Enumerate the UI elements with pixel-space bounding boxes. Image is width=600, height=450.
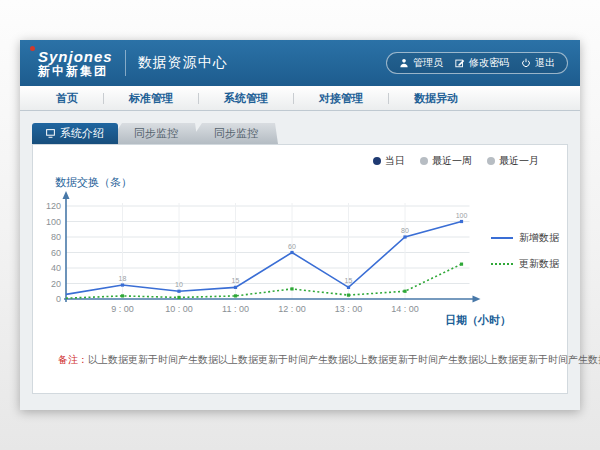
svg-text:100: 100 [456,212,468,219]
radio-last-month[interactable]: 最近一月 [487,154,539,168]
svg-text:15: 15 [345,277,353,284]
svg-text:0: 0 [56,294,61,304]
user-name: 管理员 [413,56,443,70]
svg-text:40: 40 [51,263,61,273]
footnote-text: 以上数据更新于时间产生数据以上数据更新于时间产生数据以上数据更新于时间产生数据以… [88,354,600,365]
radio-dot [487,157,495,165]
header: Synjones 新中新集团 数据资源中心 管理员 修改密码 [20,40,580,86]
footnote: 备注：以上数据更新于时间产生数据以上数据更新于时间产生数据以上数据更新于时间产生… [58,353,600,367]
power-icon [521,58,531,68]
edit-icon [455,58,465,68]
svg-text:100: 100 [46,217,61,227]
change-password-label: 修改密码 [469,56,509,70]
radio-label: 最近一周 [432,154,472,168]
y-axis-title: 数据交换（条） [55,175,132,190]
legend-label: 新增数据 [519,231,559,245]
x-axis-title: 日期（小时） [445,313,511,328]
page-title: 数据资源中心 [138,54,228,72]
svg-text:14 : 00: 14 : 00 [391,304,419,314]
svg-text:10: 10 [175,281,183,288]
tab-system-intro[interactable]: 系统介绍 [32,123,118,144]
svg-text:80: 80 [51,232,61,242]
legend-label: 更新数据 [519,257,559,271]
tab-label: 同步监控 [214,126,258,141]
svg-text:60: 60 [51,248,61,258]
monitor-icon [46,129,55,138]
nav-divider [388,93,389,104]
chart-panel: 当日 最近一周 最近一月 数据交换（条） 0204060801001209 : … [32,144,568,394]
app-window: Synjones 新中新集团 数据资源中心 管理员 修改密码 [20,40,580,410]
svg-text:15: 15 [232,277,240,284]
company-logo: Synjones 新中新集团 [32,49,113,77]
svg-text:60: 60 [288,243,296,250]
svg-text:9 : 00: 9 : 00 [111,304,134,314]
nav-divider [103,93,104,104]
tab-sync-monitor-2[interactable]: 同步监控 [188,123,278,144]
user-icon [399,58,409,68]
svg-text:13 : 00: 13 : 00 [335,304,363,314]
header-divider [125,50,126,76]
svg-text:80: 80 [401,227,409,234]
tab-label: 同步监控 [134,126,178,141]
logo-name: Synjones [38,49,113,65]
tab-bar: 系统介绍 同步监控 同步监控 [32,123,568,144]
svg-text:18: 18 [119,275,127,282]
line-chart: 0204060801001209 : 0010 : 0011 : 0012 : … [37,189,507,341]
radio-last-week[interactable]: 最近一周 [420,154,472,168]
nav-item-standard-mgmt[interactable]: 标准管理 [127,91,175,106]
nav-divider [293,93,294,104]
user-toolbar: 管理员 修改密码 退出 [386,52,568,74]
radio-label: 当日 [385,154,405,168]
footnote-label: 备注： [58,354,88,365]
svg-text:11 : 00: 11 : 00 [222,304,249,314]
content-area: 系统介绍 同步监控 同步监控 当日 最近一周 [20,111,580,410]
svg-text:10 : 00: 10 : 00 [165,304,193,314]
logo-registered-mark [30,46,35,51]
svg-text:120: 120 [46,201,61,211]
logout-label: 退出 [535,56,555,70]
dotted-line-swatch [491,263,513,265]
change-password-button[interactable]: 修改密码 [455,56,509,70]
radio-today[interactable]: 当日 [373,154,405,168]
svg-text:20: 20 [51,279,61,289]
radio-dot [373,157,381,165]
legend-new-data[interactable]: 新增数据 [491,231,559,245]
tab-label: 系统介绍 [60,126,104,141]
tab-sync-monitor-1[interactable]: 同步监控 [108,123,198,144]
main-nav: 首页 标准管理 系统管理 对接管理 数据异动 [20,86,580,111]
solid-line-swatch [491,237,513,239]
nav-item-home[interactable]: 首页 [54,91,80,106]
legend-updated-data[interactable]: 更新数据 [491,257,559,271]
svg-text:12 : 00: 12 : 00 [278,304,306,314]
nav-divider [198,93,199,104]
chart-legend: 新增数据 更新数据 [491,231,559,271]
nav-item-system-mgmt[interactable]: 系统管理 [222,91,270,106]
logout-button[interactable]: 退出 [521,56,555,70]
logo-group-name: 新中新集团 [38,65,113,78]
nav-item-data-change[interactable]: 数据异动 [412,91,460,106]
nav-item-interface-mgmt[interactable]: 对接管理 [317,91,365,106]
radio-label: 最近一月 [499,154,539,168]
current-user-button[interactable]: 管理员 [399,56,443,70]
radio-dot [420,157,428,165]
time-range-filter: 当日 最近一周 最近一月 [373,154,539,168]
